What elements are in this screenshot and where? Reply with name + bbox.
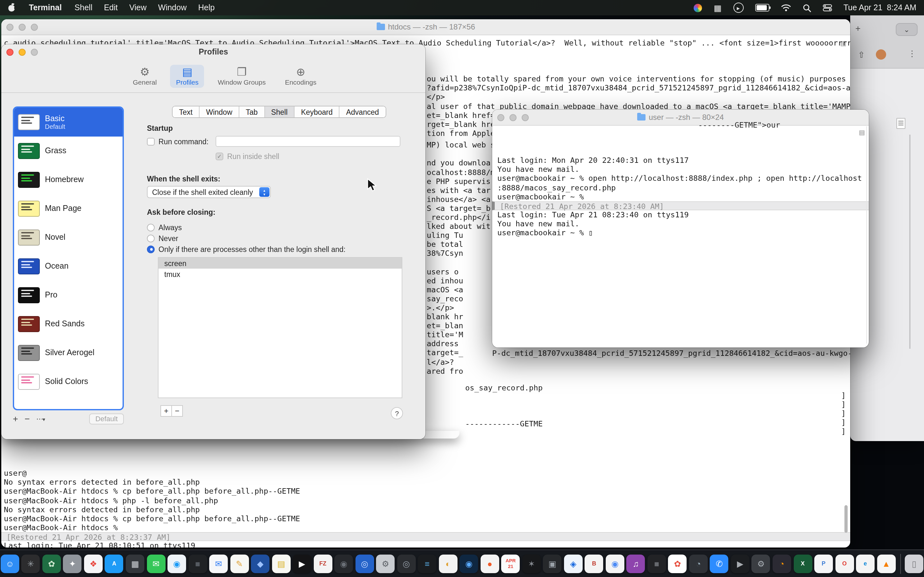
run-inside-shell-checkbox[interactable]: ✓ [216,153,223,160]
help-button[interactable]: ? [391,407,403,419]
dock-item[interactable]: ● [480,554,499,574]
dock-item[interactable]: ◉ [167,554,187,574]
avatar[interactable] [876,49,886,60]
dock-item[interactable]: ✆ [709,554,729,574]
dock-item[interactable]: B [584,554,604,574]
default-button[interactable]: Default [89,413,124,424]
profile-list-item[interactable]: Red Sands [14,309,123,338]
close-button[interactable] [6,23,13,31]
profile-list-item[interactable]: Solid Colors [14,367,123,396]
dock-item[interactable]: P [814,554,834,574]
toolbar-item-profiles[interactable]: ▤ Profiles [170,64,204,87]
minimize-button[interactable] [19,48,26,55]
remove-profile-button[interactable]: − [24,414,29,423]
zoom-button[interactable] [31,23,38,31]
dock-item[interactable]: ☺ [0,554,19,574]
zoom-button[interactable] [31,48,38,55]
toolbar-item-encodings[interactable]: ⊕ Encodings [279,64,322,87]
spotlight-icon[interactable] [803,3,811,12]
profile-list-item[interactable]: Silver Aerogel [14,338,123,367]
process-list-item[interactable]: tmux [158,269,402,279]
control-center-icon[interactable] [822,4,832,11]
profile-list-item[interactable]: Novel [14,223,123,252]
dock-item[interactable]: ✿ [668,554,687,574]
terminal-window-user[interactable]: user — -zsh — 80×24 ▤ Last login: Mon Ap… [492,110,869,348]
dock-item[interactable]: ▦ [126,554,145,574]
toolbar-item-general[interactable]: ⚙ General [127,64,163,87]
profile-list[interactable]: Basic Default Grass [13,106,124,410]
menu-item[interactable]: Help [198,3,215,12]
minimize-button[interactable] [509,114,517,121]
menu-clock[interactable]: Tue Apr 21 8:24 AM [843,3,916,12]
new-tab-button[interactable]: + [855,23,861,33]
profile-list-item[interactable]: Basic Default [14,108,123,137]
action-menu-button[interactable]: ⋯▾ [36,414,45,423]
radio-button[interactable] [147,223,155,231]
dock-item[interactable]: ✉ [146,554,166,574]
apple-menu-icon[interactable] [8,3,16,12]
dock-item[interactable]: ◔ [688,554,708,574]
overflow-menu-icon[interactable]: ⋮ [908,49,916,58]
profile-list-item[interactable]: Ocean [14,252,123,281]
dock-item[interactable]: ▣ [543,554,562,574]
dock-item[interactable]: ❖ [83,554,103,574]
dock-item[interactable]: ◔ [772,554,792,574]
tab[interactable]: Tab [239,106,265,117]
user-titlebar[interactable]: user — -zsh — 80×24 [492,110,869,126]
dock-item[interactable]: X [793,554,813,574]
shell-exit-popup[interactable]: Close if the shell exited cleanly ▲▼ [147,186,271,198]
dock-item[interactable]: ◈ [564,554,583,574]
dock-item[interactable]: ✉ [209,554,228,574]
dock-item[interactable]: ♫ [626,554,646,574]
zoom-button[interactable] [522,114,529,121]
profiles-window[interactable]: Profiles ⚙ General ▤ Profiles ❐ Window G… [1,44,425,439]
wifi-icon[interactable] [780,4,791,11]
share-icon[interactable]: ⇧ [858,50,865,60]
run-command-input[interactable] [216,136,401,147]
app-menu-title[interactable]: Terminal [29,3,61,12]
scrollbar-thumb[interactable] [845,505,848,533]
dock-item[interactable]: ▤ [271,554,291,574]
dock-item[interactable]: ▶ [730,554,750,574]
tab-overview-button[interactable]: ⌄ [896,23,918,36]
dock-item[interactable]: ✳ [21,554,40,574]
scrollbar[interactable] [866,126,867,343]
menu-item[interactable]: Window [158,3,187,12]
run-command-checkbox[interactable] [147,138,155,145]
scrollbar[interactable] [909,135,911,349]
tab[interactable]: Window [200,106,239,117]
dock-item[interactable]: ◆ [250,554,270,574]
now-playing-icon[interactable]: ▶ [733,3,743,13]
dock-item[interactable]: ◎ [355,554,375,574]
radio-option[interactable]: Only if there are processes other than t… [147,243,346,255]
dock-item[interactable]: ▶ [292,554,312,574]
menu-item[interactable]: Shell [74,3,92,12]
dock-item[interactable]: FZ [313,554,333,574]
dock-item[interactable]: ✎ [230,554,249,574]
add-profile-button[interactable]: + [13,414,18,423]
close-button[interactable] [497,114,504,121]
dock-item[interactable]: ⚙ [376,554,395,574]
profile-list-item[interactable]: Pro [14,281,123,309]
display-grid-icon[interactable]: ▦ [714,3,722,12]
dock-item[interactable]: ▯ [901,554,924,574]
close-button[interactable] [6,48,13,55]
radio-button[interactable] [147,245,155,253]
dock-item[interactable]: ■ [647,554,666,574]
minimize-button[interactable] [19,23,26,31]
profile-list-item[interactable]: Homebrew [14,165,123,194]
dock-item[interactable]: ◐ [438,554,458,574]
dock-item[interactable]: ◉ [605,554,625,574]
dock-item[interactable]: ≡ [417,554,437,574]
dock-item[interactable]: e [856,554,875,574]
add-process-button[interactable]: + [160,405,172,417]
radio-option[interactable]: Never [147,233,346,243]
dock-item[interactable]: O [835,554,855,574]
radio-option[interactable]: Always [147,222,346,233]
menu-item[interactable]: View [129,3,147,12]
dock-item[interactable]: APR 21 [501,554,520,574]
dock-item[interactable]: ⚙ [751,554,771,574]
tab[interactable]: Advanced [340,106,385,117]
dock-item[interactable]: ◉ [459,554,479,574]
htdocs-titlebar[interactable]: htdocs — -zsh — 187×56 [1,19,850,35]
